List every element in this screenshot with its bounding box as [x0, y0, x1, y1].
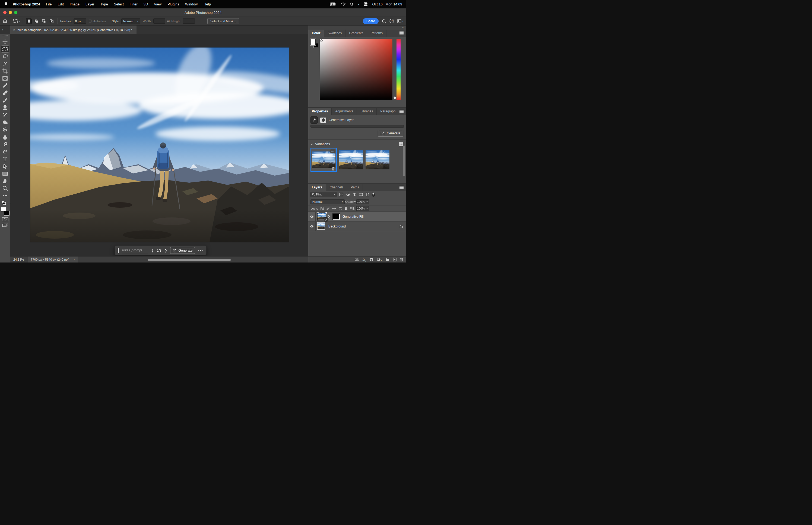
- opacity-input[interactable]: 100% ▾: [356, 199, 369, 205]
- menu-item-select[interactable]: Select: [114, 2, 124, 6]
- delete-layer-icon[interactable]: [400, 258, 403, 261]
- prompt-field-collapsed[interactable]: [310, 125, 404, 127]
- zoom-level-field[interactable]: 24,53%: [13, 258, 24, 261]
- properties-generate-button[interactable]: Generate: [378, 130, 403, 137]
- panel-menu-icon[interactable]: [399, 31, 403, 34]
- layer-row-generative-fill[interactable]: Generative Fill: [308, 212, 406, 222]
- search-icon[interactable]: [382, 19, 386, 23]
- filter-type-layers-icon[interactable]: [353, 193, 356, 196]
- layer-mask-icon[interactable]: [320, 118, 326, 123]
- menu-item-window[interactable]: Window: [185, 2, 198, 6]
- foreground-background-swatches[interactable]: [1, 207, 10, 215]
- menu-item-help[interactable]: Help: [203, 2, 211, 6]
- filter-toggle-switch[interactable]: [372, 192, 375, 197]
- tool-move[interactable]: [1, 38, 9, 45]
- tool-clone-stamp[interactable]: [1, 104, 9, 111]
- layer-locked-icon[interactable]: [400, 225, 403, 228]
- workspace-switcher-icon[interactable]: ▾: [397, 19, 403, 23]
- filter-smart-objects-icon[interactable]: [366, 193, 369, 196]
- tool-path-selection[interactable]: [1, 163, 9, 170]
- background-color-swatch[interactable]: [4, 211, 10, 215]
- document-tab[interactable]: × hike-in-patagonia-2022-02-08-22-39-26-…: [10, 26, 137, 34]
- chevron-down-icon[interactable]: [310, 143, 313, 145]
- hue-slider-handle[interactable]: [393, 96, 396, 99]
- toolbar-collapse-icon[interactable]: »: [0, 26, 10, 34]
- tool-gradient[interactable]: [1, 126, 9, 133]
- height-input[interactable]: [183, 18, 195, 24]
- intersect-selection-mode-button[interactable]: [49, 18, 55, 24]
- menu-item-photoshop-2024[interactable]: Photoshop 2024: [13, 2, 40, 6]
- tab-libraries[interactable]: Libraries: [357, 108, 377, 115]
- default-colors-icon[interactable]: ⤾: [2, 201, 9, 205]
- variation-thumbnail-selected[interactable]: •••: [310, 148, 337, 172]
- filter-pixel-layers-icon[interactable]: [339, 193, 343, 196]
- generative-fill-layer-thumbnail[interactable]: [318, 213, 327, 220]
- layer-visibility-icon[interactable]: [308, 222, 316, 231]
- tool-zoom[interactable]: [1, 184, 9, 192]
- saturation-brightness-field[interactable]: [320, 39, 393, 100]
- menu-item-edit[interactable]: Edit: [58, 2, 63, 6]
- lock-transparent-pixels-icon[interactable]: [321, 207, 324, 210]
- active-tool-preset[interactable]: ▾: [13, 19, 20, 23]
- tool-type[interactable]: [1, 155, 9, 163]
- grid-view-icon[interactable]: [399, 142, 403, 146]
- tool-history-brush[interactable]: [1, 111, 9, 119]
- new-group-icon[interactable]: [385, 258, 389, 261]
- tool-eraser[interactable]: [1, 119, 9, 126]
- share-button[interactable]: Share: [363, 18, 379, 24]
- tool-rectangle-shape[interactable]: [1, 170, 9, 177]
- color-field-marker[interactable]: [320, 39, 323, 42]
- lock-all-icon[interactable]: [345, 207, 348, 210]
- generative-sparkle-icon[interactable]: [310, 116, 318, 124]
- tab-paths[interactable]: Paths: [347, 184, 363, 191]
- prompt-input[interactable]: Add a prompt...: [122, 247, 148, 254]
- canvas-area[interactable]: Add a prompt... ❮ 1/3 ❯ Generate •••: [10, 34, 308, 256]
- tool-hand[interactable]: [1, 177, 9, 184]
- toolbar-grip[interactable]: [3, 35, 7, 36]
- tool-brush[interactable]: [1, 96, 9, 104]
- new-selection-mode-button[interactable]: [26, 18, 32, 24]
- layer-filter-kind-dropdown[interactable]: Kind ▾: [310, 192, 337, 197]
- layer-styles-icon[interactable]: fx▾: [363, 257, 366, 262]
- layer-row-background[interactable]: Background: [308, 222, 406, 231]
- panel-collapse-icon[interactable]: »: [402, 26, 404, 29]
- select-and-mask-button[interactable]: Select and Mask...: [207, 18, 239, 24]
- previous-variation-icon[interactable]: ❮: [151, 249, 154, 253]
- tool-frame[interactable]: [1, 75, 9, 82]
- add-to-selection-mode-button[interactable]: [33, 18, 39, 24]
- home-icon[interactable]: [3, 19, 7, 23]
- variation-delete-icon[interactable]: [332, 167, 335, 170]
- menu-item-type[interactable]: Type: [100, 2, 108, 6]
- layer-name[interactable]: Background: [328, 225, 346, 228]
- color-panel-swatches[interactable]: [310, 39, 320, 48]
- help-icon[interactable]: ?: [389, 19, 394, 23]
- menu-item-view[interactable]: View: [154, 2, 162, 6]
- panel-menu-icon[interactable]: [399, 186, 403, 189]
- blend-mode-dropdown[interactable]: Normal ▾: [310, 199, 345, 205]
- wifi-icon[interactable]: [341, 2, 346, 6]
- variation-thumbnail-3[interactable]: [366, 150, 389, 169]
- layer-visibility-icon[interactable]: [308, 212, 316, 221]
- panel-menu-icon[interactable]: [399, 110, 403, 112]
- document-size-status[interactable]: 7760 px x 5840 px (240 ppi) ›: [28, 256, 78, 263]
- lock-artboard-icon[interactable]: [338, 207, 342, 210]
- layer-mask-link-icon[interactable]: [328, 215, 330, 219]
- feather-input[interactable]: 0 px: [74, 18, 86, 24]
- screen-mode-button[interactable]: [2, 223, 8, 227]
- menu-item-3d[interactable]: 3D: [143, 2, 148, 6]
- width-input[interactable]: [153, 18, 165, 24]
- lock-position-icon[interactable]: [332, 207, 336, 210]
- battery-charging-icon[interactable]: [330, 2, 337, 6]
- prompt-bar-drag-handle[interactable]: [118, 248, 119, 253]
- menu-item-filter[interactable]: Filter: [130, 2, 138, 6]
- tab-patterns[interactable]: Patterns: [367, 30, 386, 36]
- new-adjustment-layer-icon[interactable]: ▾: [377, 258, 382, 261]
- generate-button[interactable]: Generate: [170, 247, 195, 254]
- quick-mask-button[interactable]: [2, 217, 9, 221]
- link-layers-icon[interactable]: [355, 258, 359, 261]
- menu-item-plugins[interactable]: Plugins: [167, 2, 179, 6]
- tool-crop[interactable]: [1, 67, 9, 75]
- tool-lasso[interactable]: [1, 52, 9, 60]
- menu-item-layer[interactable]: Layer: [86, 2, 94, 6]
- filter-shape-layers-icon[interactable]: [359, 193, 363, 196]
